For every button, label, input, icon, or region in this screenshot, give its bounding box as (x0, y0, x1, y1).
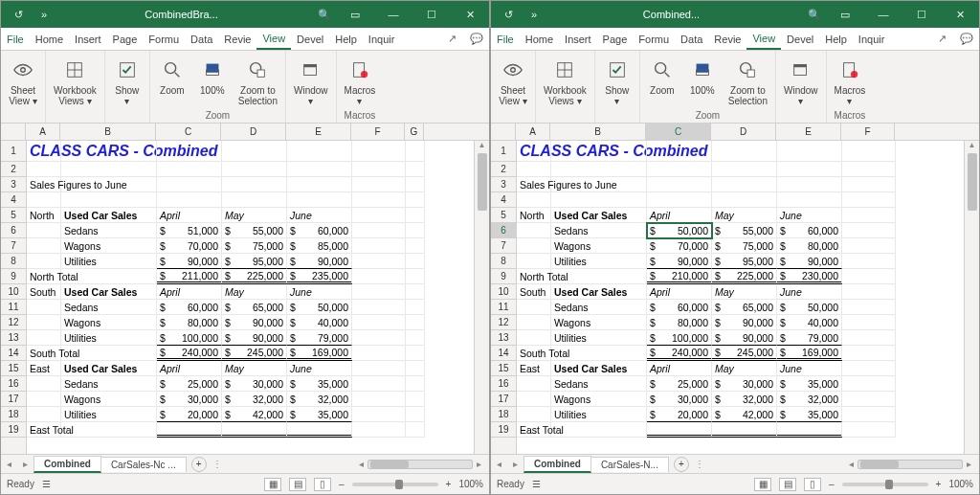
row-header-10[interactable]: 10 (1, 284, 26, 300)
cell-B[interactable]: Sedans (551, 223, 647, 238)
row-header-12[interactable]: 12 (491, 315, 516, 330)
sheet-tab-other[interactable]: CarSales-N... (590, 457, 669, 472)
row-header-14[interactable]: 14 (1, 346, 26, 361)
minimize-icon[interactable]: — (374, 1, 412, 28)
row-header-6[interactable]: 6 (491, 223, 516, 238)
vertical-scrollbar[interactable]: ▲ (474, 141, 489, 454)
more-qat-icon[interactable]: » (33, 1, 56, 28)
sheet-tab-combined[interactable]: Combined (523, 456, 591, 473)
cell-D[interactable]: $75,000 (712, 238, 777, 254)
cell-E[interactable]: $90,000 (287, 254, 352, 269)
cell-B[interactable]: Sedans (61, 376, 157, 392)
view-break-icon[interactable]: ▯ (804, 478, 821, 491)
cell-B[interactable]: Wagons (551, 238, 647, 254)
tab-file[interactable]: File (1, 28, 30, 50)
zoom-slider[interactable] (842, 483, 928, 486)
cell-C[interactable]: $240,000 (157, 346, 222, 361)
cell-D[interactable]: May (712, 284, 777, 300)
select-all-corner[interactable] (491, 124, 516, 140)
comments-icon[interactable]: 💬 (954, 28, 979, 50)
cell-B[interactable]: Utilities (551, 407, 647, 422)
cell-B[interactable]: Used Car Sales (551, 361, 647, 376)
row-header-17[interactable]: 17 (491, 392, 516, 407)
zoom-100-button[interactable]: 100% (194, 55, 231, 98)
zoom-button[interactable]: Zoom (644, 55, 680, 98)
tab-view[interactable]: View (746, 28, 781, 50)
tab-file[interactable]: File (491, 28, 520, 50)
cell-C[interactable]: $211,000 (157, 269, 222, 284)
cell-D[interactable]: $90,000 (712, 315, 777, 330)
tab-formu[interactable]: Formu (633, 28, 675, 50)
titlebar[interactable]: ↺ » Combined... 🔍 ▭ — ☐ ✕ (491, 1, 979, 28)
cell-B[interactable]: Wagons (551, 392, 647, 407)
search-icon[interactable]: 🔍 (313, 1, 336, 28)
workbook-views-button[interactable]: WorkbookViews ▾ (540, 55, 590, 108)
tab-page[interactable]: Page (597, 28, 634, 50)
zoom-slider[interactable] (352, 483, 438, 486)
cell-A[interactable]: CLASS CARS - Combined (27, 141, 61, 162)
cell-B[interactable]: Utilities (61, 254, 157, 269)
close-icon[interactable]: ✕ (941, 1, 979, 28)
tab-nav-next[interactable]: ▸ (507, 459, 523, 469)
cell-B[interactable]: Wagons (551, 315, 647, 330)
cell-B[interactable]: Utilities (551, 330, 647, 346)
cell-B[interactable]: Wagons (61, 238, 157, 254)
workbook-views-button[interactable]: WorkbookViews ▾ (50, 55, 100, 108)
col-header-B[interactable]: B (60, 124, 156, 140)
cell-E[interactable]: $35,000 (287, 407, 352, 422)
cell-D[interactable]: $90,000 (222, 330, 287, 346)
row-header-16[interactable]: 16 (1, 376, 26, 392)
cell-C[interactable]: April (647, 208, 712, 223)
cell-E[interactable]: $85,000 (287, 238, 352, 254)
tab-data[interactable]: Data (675, 28, 708, 50)
view-normal-icon[interactable]: ▦ (264, 478, 281, 491)
cell-D[interactable]: $32,000 (222, 392, 287, 407)
cell-E[interactable]: $35,000 (777, 407, 842, 422)
cell-B[interactable]: Used Car Sales (61, 208, 157, 223)
cell-B[interactable]: Sedans (61, 300, 157, 315)
col-header-G[interactable]: G (405, 124, 424, 140)
cell-A[interactable]: North Total (517, 269, 551, 284)
cell-C[interactable]: $20,000 (157, 407, 222, 422)
cell-B[interactable]: Used Car Sales (551, 208, 647, 223)
maximize-icon[interactable]: ☐ (902, 1, 941, 28)
comments-icon[interactable]: 💬 (464, 28, 489, 50)
window-button[interactable]: Window▾ (780, 55, 822, 108)
sheet-view-button[interactable]: SheetView ▾ (495, 55, 531, 108)
cell-E[interactable]: $35,000 (287, 376, 352, 392)
cell-D[interactable]: $95,000 (712, 254, 777, 269)
cell-D[interactable]: $32,000 (712, 392, 777, 407)
tab-revie[interactable]: Revie (708, 28, 746, 50)
cell-E[interactable]: $32,000 (287, 392, 352, 407)
tab-page[interactable]: Page (107, 28, 144, 50)
cell-C[interactable]: April (157, 361, 222, 376)
sheet-tab-other[interactable]: CarSales-Nc ... (100, 457, 187, 472)
view-layout-icon[interactable]: ▤ (779, 478, 796, 491)
col-header-D[interactable]: D (711, 124, 776, 140)
cell-D[interactable]: $42,000 (222, 407, 287, 422)
cell-D[interactable]: $245,000 (712, 346, 777, 361)
cell-C[interactable]: $70,000 (647, 238, 712, 254)
horizontal-scrollbar[interactable]: ◂▸ (222, 459, 489, 469)
zoom-out-icon[interactable]: – (829, 479, 835, 489)
row-header-11[interactable]: 11 (1, 300, 26, 315)
zoom-in-icon[interactable]: + (936, 479, 942, 489)
cell-A[interactable]: Sales Figures to June (27, 177, 61, 192)
row-header-9[interactable]: 9 (1, 269, 26, 284)
tab-home[interactable]: Home (520, 28, 559, 50)
vertical-scrollbar[interactable]: ▲ (964, 141, 979, 454)
cell-A[interactable]: CLASS CARS - Combined (517, 141, 551, 162)
cell-E[interactable]: $80,000 (777, 238, 842, 254)
cell-B[interactable]: Sedans (61, 223, 157, 238)
search-icon[interactable]: 🔍 (803, 1, 826, 28)
zoom-in-icon[interactable]: + (446, 479, 452, 489)
row-header-3[interactable]: 3 (1, 177, 26, 192)
row-header-14[interactable]: 14 (491, 346, 516, 361)
show-button[interactable]: Show▾ (599, 55, 635, 108)
row-header-5[interactable]: 5 (1, 208, 26, 223)
row-header-19[interactable]: 19 (491, 422, 516, 438)
row-header-13[interactable]: 13 (1, 330, 26, 346)
cell-E[interactable]: $35,000 (777, 376, 842, 392)
cell-D[interactable]: $90,000 (222, 315, 287, 330)
col-header-A[interactable]: A (516, 124, 550, 140)
